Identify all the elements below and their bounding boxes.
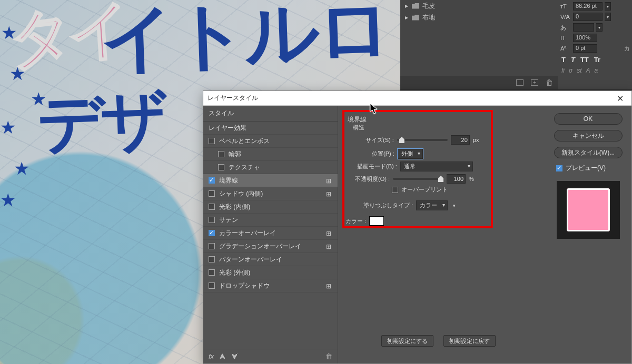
trash-icon[interactable]: 🗑 — [546, 79, 553, 86]
save-preset-icon[interactable] — [516, 79, 524, 86]
style-item-outer-glow[interactable]: 光彩 (外側) — [203, 266, 338, 279]
checkbox[interactable] — [209, 282, 215, 289]
checkbox[interactable] — [209, 269, 215, 276]
smallcaps-button[interactable]: Tr — [594, 56, 600, 64]
opacity-slider[interactable] — [393, 178, 443, 180]
filltype-label: 塗りつぶしタイプ : — [363, 201, 413, 209]
slider-thumb[interactable] — [438, 176, 443, 182]
style-item-drop-shadow[interactable]: ドロップシャドウ ⊞ — [203, 279, 338, 292]
preview-box — [557, 181, 620, 239]
checkbox[interactable] — [209, 243, 215, 249]
add-effect-icon[interactable]: ⊞ — [326, 282, 332, 289]
chevron-down-icon[interactable]: ▾ — [596, 23, 603, 32]
new-style-button[interactable]: 新規スタイル(W)... — [554, 147, 623, 158]
blend-mode-dropdown[interactable]: 通常 — [400, 161, 473, 171]
position-label: 位置(P) : — [372, 150, 394, 158]
make-default-button[interactable]: 初期設定にする — [381, 335, 433, 347]
checkbox-checked[interactable] — [209, 230, 215, 236]
color-swatch[interactable] — [369, 216, 384, 226]
dialog-title: レイヤースタイル — [208, 94, 258, 103]
ordinals-button[interactable]: σ — [569, 67, 572, 74]
filltype-dropdown[interactable]: カラー — [416, 200, 448, 210]
preview-checkbox[interactable] — [556, 165, 562, 171]
alt-button[interactable]: a — [595, 67, 598, 74]
ok-button[interactable]: OK — [554, 113, 623, 125]
move-up-icon[interactable]: ⮝ — [219, 352, 226, 360]
preview-label: プレビュー(V) — [566, 164, 606, 173]
move-down-icon[interactable]: ⮟ — [231, 352, 238, 360]
style-item-bevel[interactable]: ベベルとエンボス — [203, 135, 338, 148]
chevron-down-icon[interactable]: ▾ — [605, 13, 611, 21]
group-title: 境界線 — [348, 115, 367, 124]
chevron-down-icon[interactable]: ▾ — [451, 201, 457, 210]
size-input[interactable] — [451, 135, 470, 145]
brush-folder-label: 布地 — [422, 13, 435, 22]
style-item-gradient-overlay[interactable]: グラデーションオーバーレイ ⊞ — [203, 240, 338, 253]
add-effect-icon[interactable]: ⊞ — [326, 243, 332, 249]
close-button[interactable]: ✕ — [608, 91, 631, 106]
style-item-color-overlay[interactable]: カラーオーバーレイ ⊞ — [203, 227, 338, 240]
bold-button[interactable]: T — [561, 56, 566, 64]
checkbox[interactable] — [218, 151, 224, 157]
style-item-inner-shadow[interactable]: シャドウ (内側) ⊞ — [203, 187, 338, 200]
type-style-strip: T T TT Tr — [560, 54, 630, 66]
kerning-field[interactable]: 0 — [573, 13, 603, 21]
styles-list: スタイル レイヤー効果 ベベルとエンボス 輪郭 テクスチャ 境界線 ⊞ — [203, 106, 338, 363]
cancel-button[interactable]: キャンセル — [554, 130, 623, 141]
vertical-scale-icon: IT — [560, 35, 571, 41]
titling-button[interactable]: A — [586, 67, 590, 74]
checkbox[interactable] — [209, 256, 215, 262]
reset-default-button[interactable]: 初期設定に戻す — [443, 335, 496, 347]
style-item-contour[interactable]: 輪郭 — [203, 148, 338, 161]
style-item-texture[interactable]: テクスチャ — [203, 161, 338, 174]
size-slider[interactable] — [397, 139, 448, 141]
style-item-pattern-overlay[interactable]: パターンオーバーレイ — [203, 253, 338, 266]
italic-button[interactable]: T — [571, 56, 575, 64]
opacity-input[interactable] — [447, 174, 466, 184]
slider-thumb[interactable] — [399, 137, 404, 143]
stylistic-button[interactable]: st — [577, 67, 581, 74]
close-icon: ✕ — [617, 94, 624, 104]
blending-options-item[interactable]: レイヤー効果 — [203, 122, 338, 135]
vertical-scale-field[interactable]: 100% — [573, 34, 597, 42]
tracking-field[interactable] — [573, 23, 594, 32]
baseline-shift-field[interactable]: 0 pt — [573, 44, 597, 53]
overprint-label: オーバープリント — [401, 186, 448, 194]
character-panel[interactable]: тT 86.26 pt ▾ V/A 0 ▾ あ ▾ IT 100% Aª 0 p… — [558, 0, 632, 89]
opacity-label: 不透明度(O) : — [355, 175, 390, 183]
fx-menu-icon[interactable]: fx — [209, 352, 214, 360]
ligatures-button[interactable]: fi — [561, 67, 565, 74]
checkbox[interactable] — [209, 217, 215, 223]
color-label: カラー : — [345, 217, 366, 225]
position-dropdown[interactable]: 外側 — [398, 149, 423, 159]
brush-folder-row[interactable]: ▸ 毛皮 — [400, 0, 558, 12]
checkbox[interactable] — [218, 164, 224, 170]
allcaps-button[interactable]: TT — [580, 56, 589, 64]
checkbox[interactable] — [209, 190, 215, 197]
checkbox[interactable] — [209, 138, 215, 144]
add-effect-icon[interactable]: ⊞ — [326, 230, 332, 236]
brush-folder-row[interactable]: ▸ 布地 — [400, 12, 558, 23]
font-size-field[interactable]: 86.26 pt — [573, 2, 603, 11]
opacity-unit: % — [469, 176, 474, 182]
add-effect-icon[interactable]: ⊞ — [326, 177, 332, 184]
style-item-inner-glow[interactable]: 光彩 (内側) — [203, 200, 338, 214]
star-icon: ★ — [14, 158, 29, 179]
group-subtitle: 構造 — [353, 124, 364, 132]
chevron-down-icon[interactable]: ▾ — [605, 2, 611, 11]
baseline-shift-icon: Aª — [560, 45, 571, 52]
styles-header[interactable]: スタイル — [203, 106, 338, 122]
canvas-text-3: デザ — [36, 77, 167, 169]
style-item-stroke[interactable]: 境界線 ⊞ — [203, 174, 338, 187]
overprint-checkbox[interactable] — [392, 187, 398, 193]
checkbox[interactable] — [209, 204, 215, 210]
brush-presets-panel[interactable]: ▸ 毛皮 ▸ 布地 🗑 — [400, 0, 558, 89]
styles-footer: fx ⮝ ⮟ 🗑 — [203, 349, 338, 363]
layer-style-dialog: レイヤースタイル ✕ スタイル レイヤー効果 ベベルとエンボス 輪郭 テクスチャ — [203, 90, 632, 364]
add-effect-icon[interactable]: ⊞ — [326, 190, 332, 197]
trash-icon[interactable]: 🗑 — [325, 352, 332, 360]
checkbox-checked[interactable] — [209, 177, 215, 184]
dialog-titlebar[interactable]: レイヤースタイル — [203, 91, 631, 106]
new-preset-icon[interactable] — [531, 79, 538, 86]
style-item-satin[interactable]: サテン — [203, 214, 338, 227]
